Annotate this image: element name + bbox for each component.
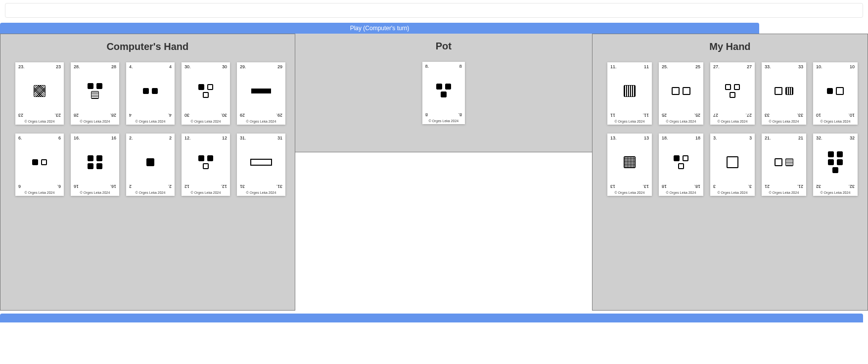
center-column: Pot 8.88.8© Orges Leka 2024 xyxy=(295,34,592,152)
card-29: 29.2929.29© Orges Leka 2024 xyxy=(237,62,285,125)
filled-shape xyxy=(96,83,102,89)
filled-shape xyxy=(207,155,213,161)
card-header: 32.32 xyxy=(813,134,858,142)
card-body xyxy=(15,71,64,111)
card-13[interactable]: 13.1313.13© Orges Leka 2024 xyxy=(607,134,652,196)
card-copyright: © Orges Leka 2024 xyxy=(422,119,465,124)
card-header: 11.11 xyxy=(607,62,652,71)
empty-shape xyxy=(672,87,680,95)
card-body xyxy=(762,71,806,111)
computer-hand-column: Computer's Hand 23.2323.23© Orges Leka 2… xyxy=(0,34,295,311)
card-12: 12.1212.12© Orges Leka 2024 xyxy=(182,134,230,196)
card-copyright: © Orges Leka 2024 xyxy=(126,120,175,125)
card-header: 30.30 xyxy=(182,62,230,71)
card-copyright: © Orges Leka 2024 xyxy=(71,191,119,196)
card-body xyxy=(607,142,652,182)
card-header: 21.21 xyxy=(762,134,806,142)
card-copyright: © Orges Leka 2024 xyxy=(813,191,858,196)
card-32[interactable]: 32.3232.32© Orges Leka 2024 xyxy=(813,134,858,196)
card-copyright: © Orges Leka 2024 xyxy=(659,191,703,196)
hstripe-shape xyxy=(91,91,99,99)
empty-shape xyxy=(41,159,47,165)
card-footer: 4.4 xyxy=(126,111,175,120)
card-copyright: © Orges Leka 2024 xyxy=(762,191,806,196)
my-hand-column: My Hand 11.1111.11© Orges Leka 202425.25… xyxy=(592,34,868,311)
empty-shape xyxy=(727,156,738,168)
card-copyright: © Orges Leka 2024 xyxy=(813,120,858,125)
card-2: 2.22.2© Orges Leka 2024 xyxy=(126,134,175,196)
card-footer: 11.11 xyxy=(607,111,652,120)
filled-shape xyxy=(198,155,204,161)
card-copyright: © Orges Leka 2024 xyxy=(182,191,230,196)
card-33[interactable]: 33.3333.33© Orges Leka 2024 xyxy=(762,62,806,125)
card-body xyxy=(237,142,285,182)
card-header: 31.31 xyxy=(237,134,285,142)
card-header: 33.33 xyxy=(762,62,806,71)
filled-shape xyxy=(828,159,834,165)
top-input-area xyxy=(5,3,863,18)
card-footer: 33.33 xyxy=(762,111,806,120)
card-footer: 30.30 xyxy=(182,111,230,120)
filled-shape xyxy=(88,83,93,89)
card-copyright: © Orges Leka 2024 xyxy=(15,191,64,196)
card-body xyxy=(710,142,755,182)
empty-shape xyxy=(836,87,844,95)
card-header: 10.10 xyxy=(813,62,858,71)
card-copyright: © Orges Leka 2024 xyxy=(659,120,703,125)
card-header: 25.25 xyxy=(659,62,703,71)
card-footer: 27.27 xyxy=(710,111,755,120)
card-copyright: © Orges Leka 2024 xyxy=(710,191,755,196)
grid-shape xyxy=(624,156,636,168)
card-header: 8.8 xyxy=(422,62,465,71)
filled-shape xyxy=(88,163,93,169)
filled-shape xyxy=(251,89,271,93)
card-3[interactable]: 3.33.3© Orges Leka 2024 xyxy=(710,134,755,196)
bottom-bar[interactable] xyxy=(0,314,863,322)
card-copyright: © Orges Leka 2024 xyxy=(237,191,285,196)
card-body xyxy=(762,142,806,182)
card-header: 16.16 xyxy=(71,134,119,142)
filled-shape xyxy=(88,155,93,161)
play-button[interactable]: Play (Computer's turn) xyxy=(0,23,759,34)
card-copyright: © Orges Leka 2024 xyxy=(710,120,755,125)
pot-title: Pot xyxy=(295,41,592,52)
card-25[interactable]: 25.2525.25© Orges Leka 2024 xyxy=(659,62,703,125)
card-footer: 25.25 xyxy=(659,111,703,120)
card-footer: 21.21 xyxy=(762,182,806,191)
filled-shape xyxy=(445,84,451,90)
filled-shape xyxy=(832,167,838,173)
card-10[interactable]: 10.1010.10© Orges Leka 2024 xyxy=(813,62,858,125)
filled-shape xyxy=(152,88,158,94)
card-27[interactable]: 27.2727.27© Orges Leka 2024 xyxy=(710,62,755,125)
card-body xyxy=(813,71,858,111)
filled-shape xyxy=(143,88,149,94)
card-18[interactable]: 18.1818.18© Orges Leka 2024 xyxy=(659,134,703,196)
card-copyright: © Orges Leka 2024 xyxy=(126,191,175,196)
card-30: 30.3030.30© Orges Leka 2024 xyxy=(182,62,230,125)
card-copyright: © Orges Leka 2024 xyxy=(762,120,806,125)
card-footer: 23.23 xyxy=(15,111,64,120)
card-28: 28.2828.28© Orges Leka 2024 xyxy=(71,62,119,125)
card-21[interactable]: 21.2121.21© Orges Leka 2024 xyxy=(762,134,806,196)
card-body xyxy=(126,142,175,182)
card-body xyxy=(607,71,652,111)
card-8: 8.88.8© Orges Leka 2024 xyxy=(422,62,465,124)
card-header: 12.12 xyxy=(182,134,230,142)
vstripe-shape xyxy=(624,85,636,97)
card-16: 16.1616.16© Orges Leka 2024 xyxy=(71,134,119,196)
filled-shape xyxy=(96,155,102,161)
card-4: 4.44.4© Orges Leka 2024 xyxy=(126,62,175,125)
card-footer: 8.8 xyxy=(422,110,465,119)
card-copyright: © Orges Leka 2024 xyxy=(182,120,230,125)
card-11[interactable]: 11.1111.11© Orges Leka 2024 xyxy=(607,62,652,125)
filled-shape xyxy=(674,155,680,161)
card-copyright: © Orges Leka 2024 xyxy=(607,120,652,125)
card-body xyxy=(237,71,285,111)
card-copyright: © Orges Leka 2024 xyxy=(15,120,64,125)
empty-shape xyxy=(683,87,690,95)
empty-shape xyxy=(203,163,209,169)
filled-shape xyxy=(441,91,447,97)
card-header: 28.28 xyxy=(71,62,119,71)
card-header: 27.27 xyxy=(710,62,755,71)
empty-shape xyxy=(250,159,272,166)
